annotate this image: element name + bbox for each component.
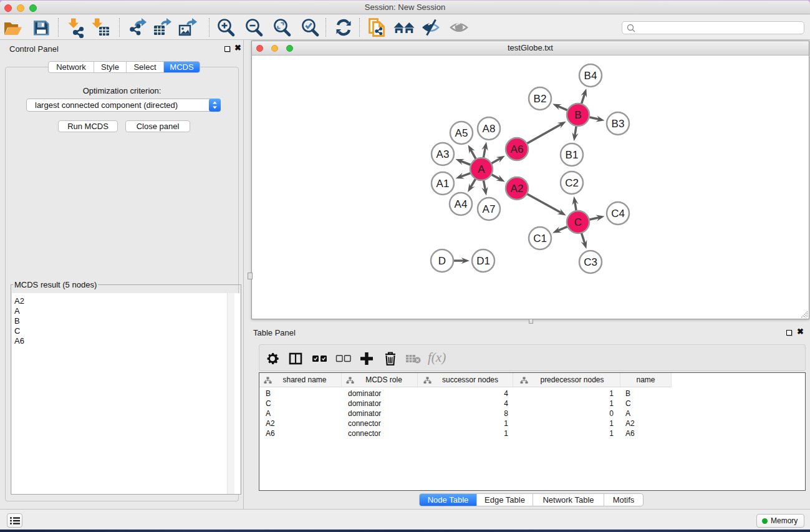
svg-text:A7: A7 [483,203,496,215]
svg-text:B: B [574,109,581,121]
svg-text:C1: C1 [533,233,547,244]
svg-text:C2: C2 [565,177,579,189]
svg-text:A6: A6 [511,143,524,155]
svg-text:B1: B1 [566,149,579,161]
svg-text:C4: C4 [611,208,625,220]
svg-text:B3: B3 [612,118,625,130]
svg-text:A3: A3 [436,148,450,160]
svg-text:D1: D1 [476,255,490,267]
svg-text:B2: B2 [534,93,547,105]
svg-text:C: C [574,216,582,228]
svg-text:D: D [438,255,446,267]
svg-text:A8: A8 [483,123,496,135]
svg-text:A1: A1 [436,178,450,190]
svg-text:A2: A2 [511,183,524,195]
svg-text:B4: B4 [584,70,597,82]
svg-text:A4: A4 [455,198,468,210]
svg-text:C3: C3 [584,256,597,268]
svg-text:A: A [478,163,485,175]
svg-text:A5: A5 [455,127,468,139]
